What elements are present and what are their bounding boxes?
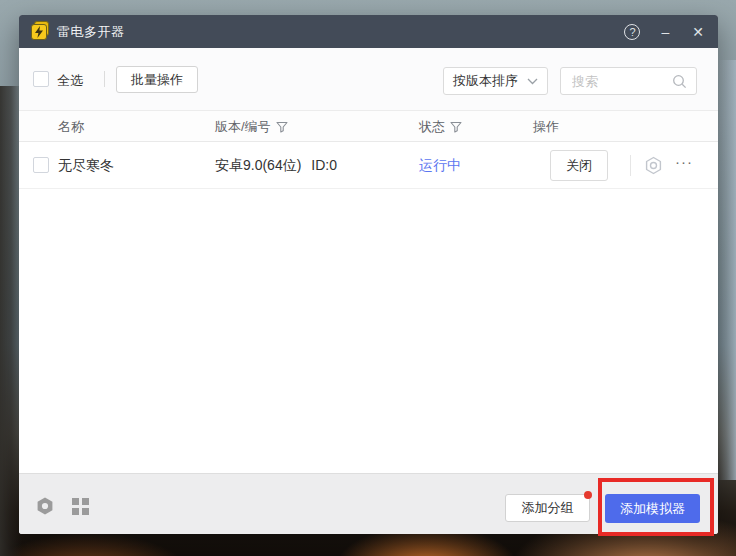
close-icon[interactable]: ✕ xyxy=(690,25,706,39)
table-header: 名称 版本/编号 状态 操作 xyxy=(19,110,718,142)
column-header-action: 操作 xyxy=(533,111,559,143)
toolbar: 全选 批量操作 按版本排序 xyxy=(19,48,718,110)
batch-operations-button[interactable]: 批量操作 xyxy=(116,66,198,93)
help-icon[interactable]: ? xyxy=(624,24,640,40)
ldplayer-multi-instance-window: 雷电多开器 ? – ✕ 全选 批量操作 按版本排序 名称 xyxy=(19,15,718,534)
lightning-bolt-icon xyxy=(31,24,47,40)
row-action-divider xyxy=(630,155,631,176)
filter-funnel-icon[interactable] xyxy=(450,121,462,133)
search-box xyxy=(560,67,697,95)
emulator-version: 安卓9.0(64位)ID:0 xyxy=(215,157,337,175)
status-badge: 运行中 xyxy=(419,157,461,175)
column-header-version: 版本/编号 xyxy=(215,111,288,143)
notification-dot xyxy=(584,491,592,499)
row-checkbox[interactable] xyxy=(33,157,49,173)
filter-funnel-icon[interactable] xyxy=(276,121,288,133)
footer-bar: 添加分组 添加模拟器 xyxy=(19,473,718,534)
sort-dropdown-value: 按版本排序 xyxy=(453,72,518,90)
chevron-down-icon xyxy=(527,78,538,85)
minimize-icon[interactable]: – xyxy=(659,25,671,39)
window-controls: ? – ✕ xyxy=(624,24,706,40)
column-header-name: 名称 xyxy=(58,111,84,143)
search-icon xyxy=(672,74,687,89)
window-title: 雷电多开器 xyxy=(57,23,125,41)
emulator-id: ID:0 xyxy=(311,157,337,173)
add-emulator-button[interactable]: 添加模拟器 xyxy=(605,494,700,523)
close-emulator-button[interactable]: 关闭 xyxy=(550,150,608,181)
app-logo-icon xyxy=(31,23,49,41)
emulator-name: 无尽寒冬 xyxy=(58,157,114,175)
add-group-button[interactable]: 添加分组 xyxy=(505,494,590,522)
layout-grid-icon[interactable] xyxy=(72,498,89,515)
search-input[interactable] xyxy=(570,73,672,90)
emulator-row: 无尽寒冬 安卓9.0(64位)ID:0 运行中 关闭 ··· xyxy=(19,142,718,189)
select-all-checkbox[interactable] xyxy=(33,71,49,87)
column-header-status: 状态 xyxy=(419,111,462,143)
toolbar-divider xyxy=(104,71,105,87)
more-options-icon[interactable]: ··· xyxy=(675,153,693,170)
title-bar: 雷电多开器 ? – ✕ xyxy=(19,15,718,48)
sort-dropdown[interactable]: 按版本排序 xyxy=(443,67,548,95)
global-settings-icon[interactable] xyxy=(36,497,54,515)
instance-settings-icon[interactable] xyxy=(644,156,663,175)
select-all-label: 全选 xyxy=(57,72,83,90)
